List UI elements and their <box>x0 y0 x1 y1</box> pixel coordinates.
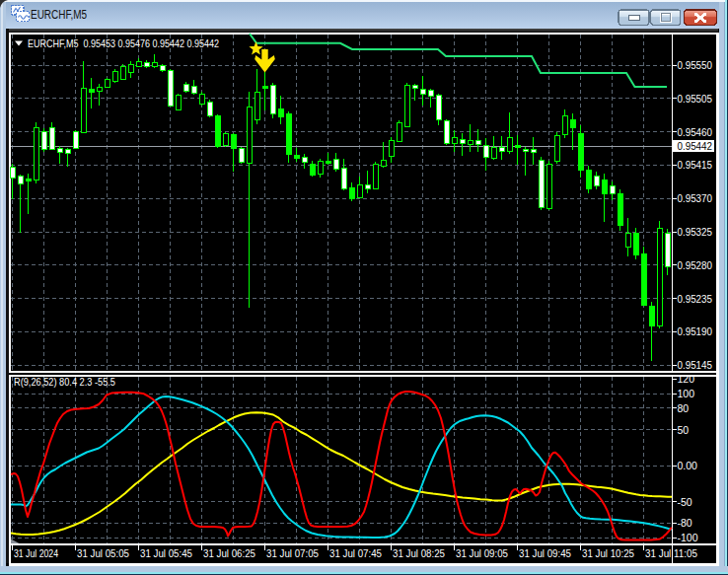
svg-text:31 Jul 10:25: 31 Jul 10:25 <box>582 547 634 559</box>
svg-text:EURCHF,M5 0.95453 0.95476 0.9: EURCHF,M5 0.95453 0.95476 0.95442 0.9544… <box>28 37 219 49</box>
svg-text:100: 100 <box>678 388 695 399</box>
svg-text:50: 50 <box>678 424 690 436</box>
svg-text:0.95505: 0.95505 <box>678 93 713 105</box>
svg-text:0.95370: 0.95370 <box>678 192 713 204</box>
svg-text:-80: -80 <box>678 517 692 529</box>
svg-text:0.95325: 0.95325 <box>678 226 713 238</box>
svg-text:0.95460: 0.95460 <box>678 126 713 138</box>
svg-text:0.95415: 0.95415 <box>678 159 713 171</box>
svg-text:31 Jul 09:05: 31 Jul 09:05 <box>456 547 508 559</box>
svg-text:-100: -100 <box>678 532 698 543</box>
svg-text:EURCHF,M5: EURCHF,M5 <box>31 8 87 22</box>
svg-text:31 Jul 05:05: 31 Jul 05:05 <box>77 547 129 559</box>
svg-text:31 Jul 2024: 31 Jul 2024 <box>14 547 58 559</box>
svg-text:0.95190: 0.95190 <box>678 325 713 337</box>
svg-text:31 Jul 11:05: 31 Jul 11:05 <box>645 547 697 559</box>
svg-text:31 Jul 07:45: 31 Jul 07:45 <box>329 547 382 559</box>
svg-text:31 Jul 08:25: 31 Jul 08:25 <box>393 547 445 559</box>
svg-text:0.95280: 0.95280 <box>678 259 713 271</box>
svg-text:R(9,26,52) 80.4 2.3 -55.5: R(9,26,52) 80.4 2.3 -55.5 <box>14 376 115 388</box>
svg-text:80: 80 <box>678 402 690 414</box>
svg-text:31 Jul 09:45: 31 Jul 09:45 <box>519 547 571 559</box>
svg-text:0.95235: 0.95235 <box>678 293 713 305</box>
svg-text:31 Jul 05:45: 31 Jul 05:45 <box>140 547 192 559</box>
svg-text:0.95442: 0.95442 <box>678 140 713 152</box>
svg-text:31 Jul 06:25: 31 Jul 06:25 <box>203 547 255 559</box>
svg-text:-50: -50 <box>678 496 692 508</box>
svg-text:0.95145: 0.95145 <box>678 359 713 371</box>
svg-text:0.00: 0.00 <box>678 460 698 471</box>
svg-text:120: 120 <box>678 373 695 385</box>
svg-text:0.95550: 0.95550 <box>678 59 713 71</box>
svg-text:31 Jul 07:05: 31 Jul 07:05 <box>266 547 319 559</box>
